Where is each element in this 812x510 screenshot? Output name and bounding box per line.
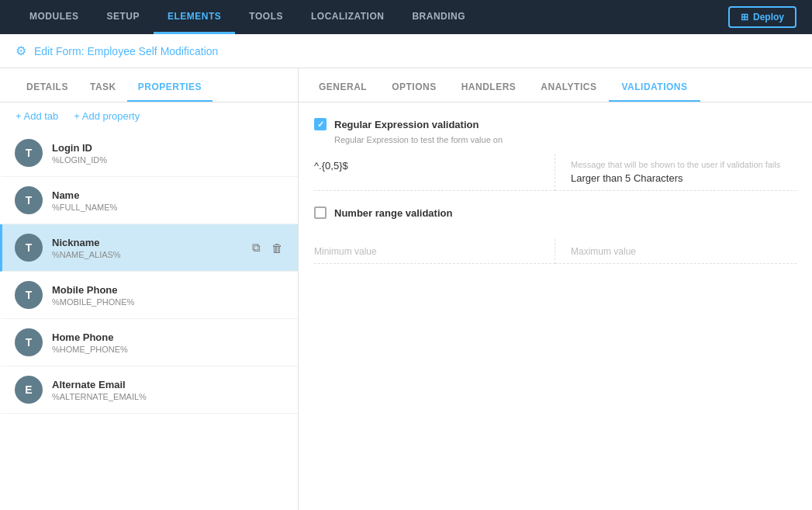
regex-value-field: ^.{0,5}$ (314, 154, 555, 191)
property-code: %ALTERNATE_EMAIL% (52, 392, 285, 401)
nav-item-tools[interactable]: TOOLS (235, 0, 297, 34)
regex-validation-row: ✓ Regular Expression validation (314, 118, 796, 130)
avatar: T (15, 234, 43, 262)
copy-button[interactable]: ⧉ (250, 238, 263, 257)
min-value-field: Minimum value (314, 239, 555, 264)
list-item[interactable]: T Nickname %NAME_ALIAS% ⧉ 🗑 (0, 224, 298, 272)
avatar: E (15, 376, 43, 404)
max-value-field: Maximum value (555, 239, 796, 264)
nav-item-setup[interactable]: SETUP (93, 0, 154, 34)
property-code: %HOME_PHONE% (52, 345, 285, 354)
max-label: Maximum value (571, 246, 636, 257)
regex-value: ^.{0,5}$ (314, 160, 539, 172)
add-property-button[interactable]: + Add property (74, 110, 140, 122)
panel-content: ✓ Regular Expression validation Regular … (299, 102, 812, 510)
delete-button[interactable]: 🗑 (269, 239, 285, 257)
property-code: %FULL_NAME% (52, 203, 285, 212)
property-name: Mobile Phone (52, 284, 285, 296)
minmax-fields: Minimum value Maximum value (314, 239, 796, 264)
right-panel: GENERAL OPTIONS HANDLERS ANALYTICS VALID… (299, 68, 812, 510)
deploy-button[interactable]: ⊞ Deploy (728, 6, 796, 28)
tab-details[interactable]: DETAILS (16, 82, 79, 102)
regex-message: Larger than 5 Characters (571, 172, 796, 184)
number-range-checkbox[interactable] (314, 206, 327, 219)
property-name: Home Phone (52, 331, 285, 343)
avatar: T (15, 139, 43, 167)
tab-properties[interactable]: PROPERTIES (127, 82, 213, 102)
deploy-icon: ⊞ (741, 12, 748, 23)
min-label: Minimum value (314, 246, 377, 257)
nav-item-elements[interactable]: ELEMENTS (154, 0, 235, 34)
regex-checkbox[interactable]: ✓ (314, 118, 327, 130)
list-item[interactable]: E Alternate Email %ALTERNATE_EMAIL% (0, 366, 298, 414)
tab-options[interactable]: OPTIONS (379, 82, 449, 102)
number-range-label: Number range validation (334, 207, 452, 219)
message-label: Message that will be shown to the user i… (571, 160, 796, 169)
property-name: Alternate Email (52, 379, 285, 390)
tab-general[interactable]: GENERAL (306, 82, 379, 102)
list-item[interactable]: T Name %FULL_NAME% (0, 177, 298, 224)
property-code: %LOGIN_ID% (52, 155, 285, 165)
property-name: Nickname (52, 237, 240, 248)
page-header-title: Edit Form: Employee Self Modification (34, 45, 218, 57)
property-code: %MOBILE_PHONE% (52, 297, 285, 307)
nav-item-modules[interactable]: MODULES (16, 0, 93, 34)
property-list: T Login ID %LOGIN_ID% T Name %FULL_NAME%… (0, 130, 298, 510)
number-range-row: Number range validation (314, 206, 796, 219)
avatar: T (15, 328, 43, 356)
tab-validations[interactable]: VALIDATIONS (609, 82, 700, 102)
check-icon: ✓ (317, 120, 324, 130)
sidebar-actions: + Add tab + Add property (0, 102, 298, 130)
regex-message-field: Message that will be shown to the user i… (555, 154, 796, 191)
panel-tabs: GENERAL OPTIONS HANDLERS ANALYTICS VALID… (299, 68, 812, 102)
sidebar: DETAILS TASK PROPERTIES + Add tab + Add … (0, 68, 299, 510)
regex-label: Regular Expression validation (334, 119, 479, 130)
main-layout: DETAILS TASK PROPERTIES + Add tab + Add … (0, 68, 812, 510)
list-item[interactable]: T Mobile Phone %MOBILE_PHONE% (0, 272, 298, 319)
avatar: T (15, 281, 43, 309)
nav-item-branding[interactable]: BRANDING (398, 0, 479, 34)
top-nav: MODULES SETUP ELEMENTS TOOLS LOCALIZATIO… (0, 0, 812, 34)
regex-sub-label: Regular Expression to test the form valu… (334, 135, 796, 144)
property-actions: ⧉ 🗑 (250, 238, 285, 257)
list-item[interactable]: T Home Phone %HOME_PHONE% (0, 319, 298, 366)
tab-task[interactable]: TASK (79, 82, 127, 102)
avatar: T (15, 186, 43, 214)
regex-fields: ^.{0,5}$ Message that will be shown to t… (314, 154, 796, 191)
page-header: ⚙ Edit Form: Employee Self Modification (0, 34, 812, 68)
add-tab-button[interactable]: + Add tab (16, 110, 58, 122)
sub-tabs: DETAILS TASK PROPERTIES (0, 68, 298, 102)
nav-item-localization[interactable]: LOCALIZATION (297, 0, 398, 34)
tab-handlers[interactable]: HANDLERS (449, 82, 529, 102)
property-name: Login ID (52, 142, 285, 154)
property-code: %NAME_ALIAS% (52, 250, 240, 259)
property-name: Name (52, 189, 285, 201)
gear-icon: ⚙ (16, 43, 26, 58)
tab-analytics[interactable]: ANALYTICS (528, 82, 609, 102)
list-item[interactable]: T Login ID %LOGIN_ID% (0, 130, 298, 177)
